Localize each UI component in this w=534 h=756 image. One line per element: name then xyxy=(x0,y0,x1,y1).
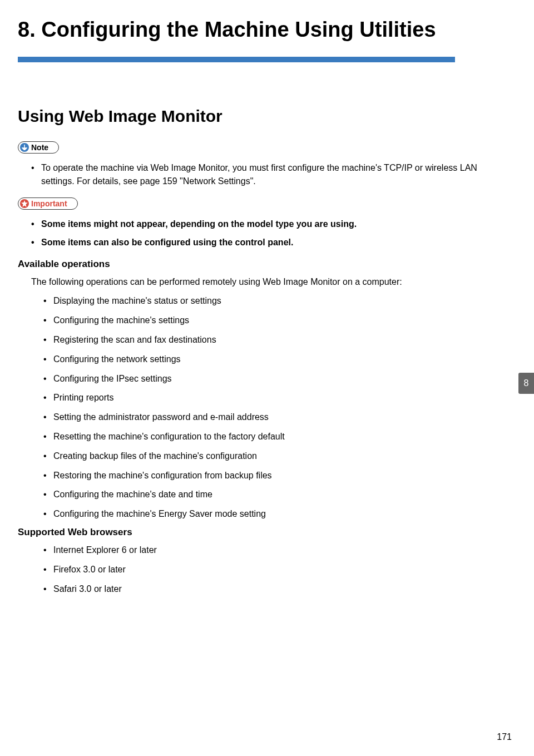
list-item: To operate the machine via Web Image Mon… xyxy=(31,161,490,189)
important-label: Important xyxy=(31,199,67,208)
important-badge: Important xyxy=(18,197,78,210)
important-list: Some items might not appear, depending o… xyxy=(18,218,490,250)
note-list: To operate the machine via Web Image Mon… xyxy=(18,161,490,189)
list-item: Configuring the machine's Energy Saver m… xyxy=(43,507,490,521)
chapter-title: 8. Configuring the Machine Using Utiliti… xyxy=(18,17,490,43)
list-item: Setting the administrator password and e… xyxy=(43,411,490,424)
list-item: Printing reports xyxy=(43,391,490,405)
list-item: Restoring the machine's configuration fr… xyxy=(43,469,490,483)
list-item: Internet Explorer 6 or later xyxy=(43,543,490,557)
list-item: Configuring the machine's date and time xyxy=(43,488,490,502)
star-icon xyxy=(20,199,29,208)
list-item: Creating backup files of the machine's c… xyxy=(43,449,490,463)
list-item: Some items might not appear, depending o… xyxy=(31,218,490,231)
list-item: Registering the scan and fax destination… xyxy=(43,333,490,347)
section-title: Using Web Image Monitor xyxy=(18,107,490,126)
chapter-tab: 8 xyxy=(518,373,534,394)
supported-browsers-list: Internet Explorer 6 or later Firefox 3.0… xyxy=(18,543,490,596)
list-item: Displaying the machine's status or setti… xyxy=(43,294,490,308)
divider-bar xyxy=(18,57,455,62)
note-label: Note xyxy=(31,143,48,152)
list-item: Configuring the IPsec settings xyxy=(43,372,490,386)
page-number: 171 xyxy=(497,732,512,742)
list-item: Firefox 3.0 or later xyxy=(43,563,490,577)
list-item: Configuring the network settings xyxy=(43,353,490,367)
list-item: Some items can also be configured using … xyxy=(31,236,490,250)
available-operations-heading: Available operations xyxy=(18,259,490,270)
supported-browsers-heading: Supported Web browsers xyxy=(18,527,490,538)
list-item: Safari 3.0 or later xyxy=(43,582,490,596)
available-operations-intro: The following operations can be performe… xyxy=(31,275,490,289)
note-badge: Note xyxy=(18,141,59,154)
down-arrow-icon xyxy=(20,143,29,152)
available-operations-list: Displaying the machine's status or setti… xyxy=(18,294,490,521)
list-item: Configuring the machine's settings xyxy=(43,314,490,328)
list-item: Resetting the machine's configuration to… xyxy=(43,430,490,444)
